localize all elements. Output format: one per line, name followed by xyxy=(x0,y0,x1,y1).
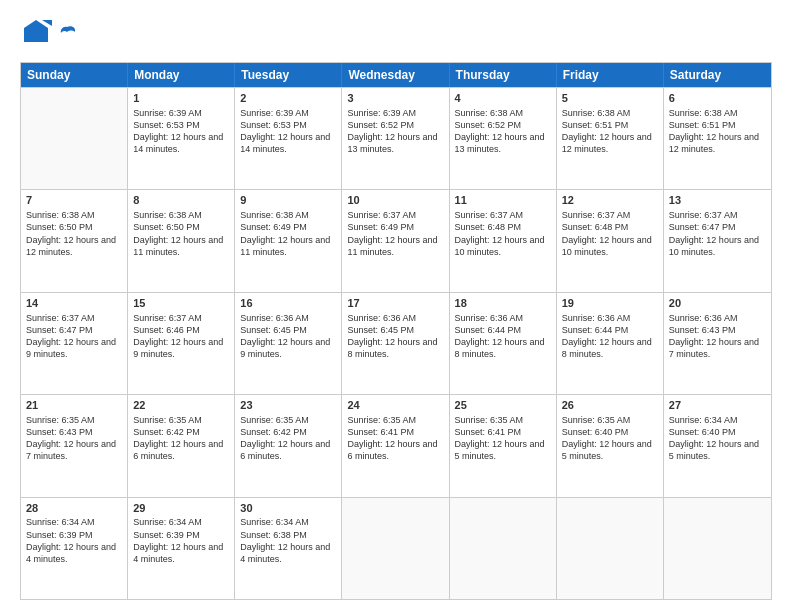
day-number: 13 xyxy=(669,193,766,208)
logo xyxy=(20,16,77,52)
day-info: Sunrise: 6:39 AM Sunset: 6:53 PM Dayligh… xyxy=(133,107,229,156)
calendar-day-28: 28Sunrise: 6:34 AM Sunset: 6:39 PM Dayli… xyxy=(21,498,128,599)
day-number: 20 xyxy=(669,296,766,311)
calendar-day-17: 17Sunrise: 6:36 AM Sunset: 6:45 PM Dayli… xyxy=(342,293,449,394)
day-number: 10 xyxy=(347,193,443,208)
calendar-day-29: 29Sunrise: 6:34 AM Sunset: 6:39 PM Dayli… xyxy=(128,498,235,599)
day-number: 8 xyxy=(133,193,229,208)
day-info: Sunrise: 6:34 AM Sunset: 6:40 PM Dayligh… xyxy=(669,414,766,463)
day-number: 22 xyxy=(133,398,229,413)
day-info: Sunrise: 6:36 AM Sunset: 6:44 PM Dayligh… xyxy=(455,312,551,361)
day-info: Sunrise: 6:37 AM Sunset: 6:49 PM Dayligh… xyxy=(347,209,443,258)
day-info: Sunrise: 6:37 AM Sunset: 6:48 PM Dayligh… xyxy=(455,209,551,258)
calendar-day-16: 16Sunrise: 6:36 AM Sunset: 6:45 PM Dayli… xyxy=(235,293,342,394)
day-info: Sunrise: 6:37 AM Sunset: 6:46 PM Dayligh… xyxy=(133,312,229,361)
day-number: 5 xyxy=(562,91,658,106)
empty-cell xyxy=(342,498,449,599)
calendar-day-10: 10Sunrise: 6:37 AM Sunset: 6:49 PM Dayli… xyxy=(342,190,449,291)
day-info: Sunrise: 6:36 AM Sunset: 6:45 PM Dayligh… xyxy=(240,312,336,361)
calendar-day-26: 26Sunrise: 6:35 AM Sunset: 6:40 PM Dayli… xyxy=(557,395,664,496)
day-number: 3 xyxy=(347,91,443,106)
day-info: Sunrise: 6:34 AM Sunset: 6:38 PM Dayligh… xyxy=(240,516,336,565)
day-info: Sunrise: 6:34 AM Sunset: 6:39 PM Dayligh… xyxy=(133,516,229,565)
day-number: 17 xyxy=(347,296,443,311)
day-number: 27 xyxy=(669,398,766,413)
day-number: 12 xyxy=(562,193,658,208)
day-info: Sunrise: 6:35 AM Sunset: 6:41 PM Dayligh… xyxy=(455,414,551,463)
calendar-day-25: 25Sunrise: 6:35 AM Sunset: 6:41 PM Dayli… xyxy=(450,395,557,496)
calendar-day-18: 18Sunrise: 6:36 AM Sunset: 6:44 PM Dayli… xyxy=(450,293,557,394)
calendar-header-sunday: Sunday xyxy=(21,63,128,87)
day-info: Sunrise: 6:35 AM Sunset: 6:43 PM Dayligh… xyxy=(26,414,122,463)
calendar-day-15: 15Sunrise: 6:37 AM Sunset: 6:46 PM Dayli… xyxy=(128,293,235,394)
day-info: Sunrise: 6:38 AM Sunset: 6:50 PM Dayligh… xyxy=(133,209,229,258)
day-number: 6 xyxy=(669,91,766,106)
day-number: 30 xyxy=(240,501,336,516)
calendar-day-4: 4Sunrise: 6:38 AM Sunset: 6:52 PM Daylig… xyxy=(450,88,557,189)
calendar-header: SundayMondayTuesdayWednesdayThursdayFrid… xyxy=(21,63,771,87)
empty-cell xyxy=(450,498,557,599)
calendar-day-2: 2Sunrise: 6:39 AM Sunset: 6:53 PM Daylig… xyxy=(235,88,342,189)
day-info: Sunrise: 6:37 AM Sunset: 6:48 PM Dayligh… xyxy=(562,209,658,258)
day-info: Sunrise: 6:38 AM Sunset: 6:49 PM Dayligh… xyxy=(240,209,336,258)
calendar-body: 1Sunrise: 6:39 AM Sunset: 6:53 PM Daylig… xyxy=(21,87,771,599)
day-number: 28 xyxy=(26,501,122,516)
day-info: Sunrise: 6:36 AM Sunset: 6:44 PM Dayligh… xyxy=(562,312,658,361)
calendar-day-7: 7Sunrise: 6:38 AM Sunset: 6:50 PM Daylig… xyxy=(21,190,128,291)
calendar-week-4: 21Sunrise: 6:35 AM Sunset: 6:43 PM Dayli… xyxy=(21,394,771,496)
day-number: 4 xyxy=(455,91,551,106)
day-number: 29 xyxy=(133,501,229,516)
logo-bird-icon xyxy=(57,24,77,44)
calendar-day-12: 12Sunrise: 6:37 AM Sunset: 6:48 PM Dayli… xyxy=(557,190,664,291)
day-info: Sunrise: 6:35 AM Sunset: 6:42 PM Dayligh… xyxy=(133,414,229,463)
day-info: Sunrise: 6:34 AM Sunset: 6:39 PM Dayligh… xyxy=(26,516,122,565)
day-info: Sunrise: 6:35 AM Sunset: 6:41 PM Dayligh… xyxy=(347,414,443,463)
day-number: 23 xyxy=(240,398,336,413)
calendar-day-1: 1Sunrise: 6:39 AM Sunset: 6:53 PM Daylig… xyxy=(128,88,235,189)
day-info: Sunrise: 6:35 AM Sunset: 6:40 PM Dayligh… xyxy=(562,414,658,463)
calendar-day-23: 23Sunrise: 6:35 AM Sunset: 6:42 PM Dayli… xyxy=(235,395,342,496)
day-number: 7 xyxy=(26,193,122,208)
day-info: Sunrise: 6:37 AM Sunset: 6:47 PM Dayligh… xyxy=(669,209,766,258)
day-number: 9 xyxy=(240,193,336,208)
calendar-week-1: 1Sunrise: 6:39 AM Sunset: 6:53 PM Daylig… xyxy=(21,87,771,189)
calendar-day-11: 11Sunrise: 6:37 AM Sunset: 6:48 PM Dayli… xyxy=(450,190,557,291)
calendar-day-21: 21Sunrise: 6:35 AM Sunset: 6:43 PM Dayli… xyxy=(21,395,128,496)
calendar-day-5: 5Sunrise: 6:38 AM Sunset: 6:51 PM Daylig… xyxy=(557,88,664,189)
day-info: Sunrise: 6:38 AM Sunset: 6:52 PM Dayligh… xyxy=(455,107,551,156)
calendar-header-friday: Friday xyxy=(557,63,664,87)
page: SundayMondayTuesdayWednesdayThursdayFrid… xyxy=(0,0,792,612)
calendar-week-3: 14Sunrise: 6:37 AM Sunset: 6:47 PM Dayli… xyxy=(21,292,771,394)
calendar-day-27: 27Sunrise: 6:34 AM Sunset: 6:40 PM Dayli… xyxy=(664,395,771,496)
day-info: Sunrise: 6:37 AM Sunset: 6:47 PM Dayligh… xyxy=(26,312,122,361)
empty-cell xyxy=(21,88,128,189)
calendar-header-saturday: Saturday xyxy=(664,63,771,87)
calendar-week-5: 28Sunrise: 6:34 AM Sunset: 6:39 PM Dayli… xyxy=(21,497,771,599)
day-number: 21 xyxy=(26,398,122,413)
svg-rect-2 xyxy=(24,30,48,42)
day-number: 1 xyxy=(133,91,229,106)
day-info: Sunrise: 6:36 AM Sunset: 6:43 PM Dayligh… xyxy=(669,312,766,361)
day-info: Sunrise: 6:39 AM Sunset: 6:52 PM Dayligh… xyxy=(347,107,443,156)
calendar-week-2: 7Sunrise: 6:38 AM Sunset: 6:50 PM Daylig… xyxy=(21,189,771,291)
day-info: Sunrise: 6:36 AM Sunset: 6:45 PM Dayligh… xyxy=(347,312,443,361)
day-info: Sunrise: 6:38 AM Sunset: 6:51 PM Dayligh… xyxy=(562,107,658,156)
calendar-day-13: 13Sunrise: 6:37 AM Sunset: 6:47 PM Dayli… xyxy=(664,190,771,291)
calendar-day-6: 6Sunrise: 6:38 AM Sunset: 6:51 PM Daylig… xyxy=(664,88,771,189)
calendar-day-19: 19Sunrise: 6:36 AM Sunset: 6:44 PM Dayli… xyxy=(557,293,664,394)
day-number: 14 xyxy=(26,296,122,311)
day-number: 24 xyxy=(347,398,443,413)
day-number: 19 xyxy=(562,296,658,311)
empty-cell xyxy=(557,498,664,599)
empty-cell xyxy=(664,498,771,599)
day-info: Sunrise: 6:38 AM Sunset: 6:50 PM Dayligh… xyxy=(26,209,122,258)
calendar-day-8: 8Sunrise: 6:38 AM Sunset: 6:50 PM Daylig… xyxy=(128,190,235,291)
day-number: 11 xyxy=(455,193,551,208)
calendar-day-3: 3Sunrise: 6:39 AM Sunset: 6:52 PM Daylig… xyxy=(342,88,449,189)
calendar-day-9: 9Sunrise: 6:38 AM Sunset: 6:49 PM Daylig… xyxy=(235,190,342,291)
day-number: 18 xyxy=(455,296,551,311)
header xyxy=(20,16,772,52)
logo-icon xyxy=(20,16,52,48)
day-number: 25 xyxy=(455,398,551,413)
calendar-header-wednesday: Wednesday xyxy=(342,63,449,87)
